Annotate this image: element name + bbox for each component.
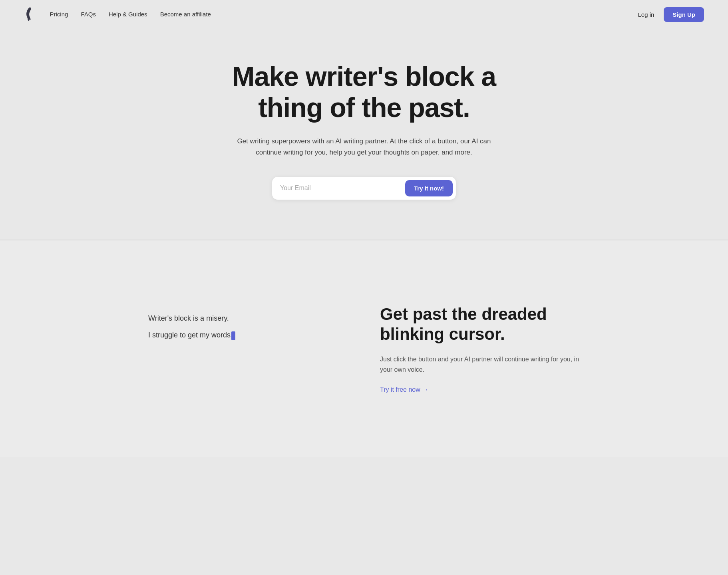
- typing-line-1: Writer's block is a misery.: [148, 312, 348, 325]
- nav-help[interactable]: Help & Guides: [109, 11, 147, 18]
- features-heading: Get past the dreaded blinking cursor.: [380, 304, 580, 345]
- nav-pricing[interactable]: Pricing: [50, 11, 68, 18]
- hero-headline: Make writer's block a thing of the past.: [208, 61, 520, 123]
- typing-line-2: I struggle to get my words: [148, 329, 348, 341]
- features-right: Get past the dreaded blinking cursor. Ju…: [380, 304, 580, 394]
- features-section: Writer's block is a misery. I struggle t…: [124, 272, 604, 426]
- nav-faqs[interactable]: FAQs: [81, 11, 96, 18]
- login-link[interactable]: Log in: [638, 11, 654, 18]
- logo-icon: [24, 7, 34, 22]
- blinking-cursor-icon: [231, 331, 235, 340]
- features-left: Writer's block is a misery. I struggle t…: [148, 304, 348, 346]
- hero-email-form: Try it now!: [272, 177, 456, 200]
- hero-section: Make writer's block a thing of the past.…: [0, 29, 728, 240]
- nav-links: Pricing FAQs Help & Guides Become an aff…: [50, 11, 211, 18]
- signup-button[interactable]: Sign Up: [664, 7, 704, 22]
- nav-affiliate[interactable]: Become an affiliate: [160, 11, 211, 18]
- features-body: Just click the button and your AI partne…: [380, 354, 580, 375]
- navigation: Pricing FAQs Help & Guides Become an aff…: [0, 0, 728, 29]
- hero-subtext: Get writing superpowers with an AI writi…: [228, 136, 500, 157]
- logo-link[interactable]: [24, 7, 34, 22]
- nav-right: Log in Sign Up: [638, 7, 704, 22]
- email-input[interactable]: [280, 181, 405, 195]
- try-now-button[interactable]: Try it now!: [405, 180, 453, 196]
- try-free-link[interactable]: Try it free now →: [380, 386, 428, 393]
